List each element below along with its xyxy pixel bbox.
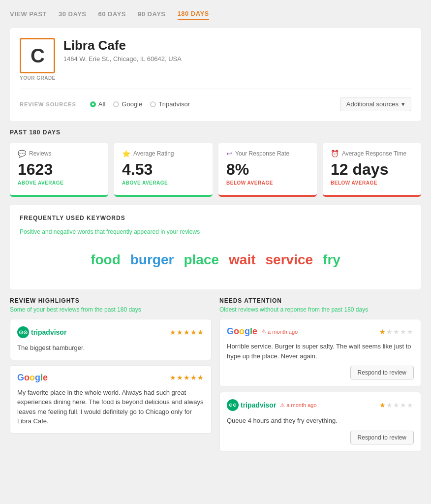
source-all-label: All — [98, 100, 105, 108]
tripadvisor-owl-icon: ⊙⊙ — [17, 326, 29, 338]
additional-sources-button[interactable]: Additional sources ▾ — [340, 97, 411, 111]
google-logo-1: Google — [17, 373, 48, 383]
grade-letter: C — [20, 38, 55, 73]
grade-box: C YOUR GRADE — [20, 38, 56, 81]
keyword-fry: fry — [323, 252, 340, 268]
review-sources-label: REVIEW SOURCES — [20, 101, 76, 107]
star-icon: ⭐ — [122, 150, 130, 158]
keywords-title: FREQUENTLY USED KEYWORDS — [20, 215, 411, 221]
radio-all-dot — [90, 101, 96, 107]
reviews-icon: 💬 — [18, 150, 26, 158]
tripadvisor-brand-2: tripadvisor — [241, 401, 276, 409]
attention-review-text-2: Queue 4 hours and they fry everything. — [227, 416, 414, 426]
source-google[interactable]: Google — [113, 100, 142, 108]
attention-stars-2: ★★★★★ — [379, 401, 414, 409]
two-col-section: REVIEW HIGHLIGHTS Some of your best revi… — [10, 297, 421, 457]
response-rate-value: 8% — [226, 161, 309, 177]
grade-label: YOUR GRADE — [20, 75, 56, 81]
business-info: Libra Cafe 1464 W. Erie St., Chicago, IL… — [63, 38, 411, 63]
additional-sources-label: Additional sources — [346, 100, 399, 108]
highlight-review-text-1: The biggest hamburger. — [17, 343, 204, 353]
avg-rating-value: 4.53 — [122, 161, 205, 177]
highlights-title: REVIEW HIGHLIGHTS — [10, 297, 212, 304]
source-all[interactable]: All — [90, 100, 105, 108]
respond-button-2[interactable]: Respond to review — [350, 431, 414, 444]
highlights-subtitle: Some of your best reviews from the past … — [10, 306, 212, 313]
reviews-comparison: ABOVE AVERAGE — [18, 180, 100, 190]
warning-icon-1: ⚠ — [261, 328, 266, 335]
attention-age-badge-2: ⚠ a month ago — [280, 402, 316, 409]
attention-age-badge-1: ⚠ a month ago — [261, 328, 298, 335]
warning-icon-2: ⚠ — [280, 402, 285, 409]
avg-rating-comparison: ABOVE AVERAGE — [122, 180, 205, 190]
attention-subtitle: Oldest reviews without a reponse from th… — [219, 306, 421, 313]
attention-review-1: Google ⚠ a month ago ★★★★★ Horrible serv… — [219, 319, 421, 387]
stat-response-rate: ↩ Your Response Rate 8% BELOW AVERAGE — [218, 143, 317, 197]
nav-60-days[interactable]: 60 DAYS — [98, 10, 126, 20]
keyword-service: service — [266, 252, 313, 268]
tripadvisor-owl-icon-2: ⊙⊙ — [227, 399, 239, 411]
attention-title: NEEDS ATTENTION — [219, 297, 421, 304]
source-tripadvisor-label: Tripadvisor — [158, 100, 190, 108]
keyword-place: place — [184, 252, 219, 268]
review-sources-row: REVIEW SOURCES All Google Tripadvisor Ad… — [20, 89, 411, 111]
tripadvisor-brand: tripadvisor — [31, 328, 66, 336]
source-google-label: Google — [122, 100, 142, 108]
business-header-card: C YOUR GRADE Libra Cafe 1464 W. Erie St.… — [10, 28, 421, 121]
stars-5-2: ★★★★★ — [170, 374, 204, 381]
source-tripadvisor[interactable]: Tripadvisor — [150, 100, 190, 108]
stat-avg-rating: ⭐ Average Rating 4.53 ABOVE AVERAGE — [114, 143, 213, 197]
clock-icon: ⏰ — [331, 150, 339, 158]
avg-rating-label: Average Rating — [133, 150, 174, 157]
radio-google-dot — [113, 101, 119, 107]
keywords-section: FREQUENTLY USED KEYWORDS Positive and ne… — [10, 205, 421, 289]
respond-button-1[interactable]: Respond to review — [350, 366, 414, 379]
highlight-review-1: ⊙⊙ tripadvisor ★★★★★ The biggest hamburg… — [10, 319, 212, 360]
needs-attention-section: NEEDS ATTENTION Oldest reviews without a… — [219, 297, 421, 457]
reviews-value: 1623 — [18, 161, 100, 177]
keywords-subtitle: Positive and negative words that frequen… — [20, 228, 411, 235]
highlight-review-text-2: My favorite place in the whole world. Al… — [17, 388, 204, 426]
chevron-down-icon: ▾ — [401, 100, 405, 108]
attention-review-text-1: Horrible service. Burger is super salty.… — [227, 342, 414, 361]
reviews-label: Reviews — [29, 150, 51, 157]
nav-180-days[interactable]: 180 DAYS — [178, 10, 209, 20]
tripadvisor-logo-1: ⊙⊙ tripadvisor — [17, 326, 66, 338]
nav-30-days[interactable]: 30 DAYS — [59, 10, 87, 20]
google-logo-attention-1: Google — [227, 326, 257, 337]
keyword-wait: wait — [229, 252, 255, 268]
stat-reviews: 💬 Reviews 1623 ABOVE AVERAGE — [10, 143, 108, 197]
response-rate-icon: ↩ — [226, 150, 232, 158]
response-rate-label: Your Response Rate — [235, 150, 289, 157]
view-past-label: VIEW PAST — [10, 10, 47, 20]
keyword-burger: burger — [130, 252, 174, 268]
time-nav: VIEW PAST 30 DAYS 60 DAYS 90 DAYS 180 DA… — [10, 10, 421, 20]
keyword-food: food — [91, 252, 121, 268]
attention-stars-1: ★★★★★ — [379, 328, 414, 336]
business-name: Libra Cafe — [63, 38, 411, 53]
radio-tripadvisor-dot — [150, 101, 156, 107]
response-time-value: 12 days — [331, 161, 413, 177]
stars-5-1: ★★★★★ — [170, 328, 204, 336]
response-time-label: Average Response Time — [342, 150, 406, 157]
highlight-review-2: Google ★★★★★ My favorite place in the wh… — [10, 365, 212, 434]
response-time-comparison: BELOW AVERAGE — [331, 180, 413, 190]
stats-row: 💬 Reviews 1623 ABOVE AVERAGE ⭐ Average R… — [10, 143, 421, 197]
stat-response-time: ⏰ Average Response Time 12 days BELOW AV… — [323, 143, 421, 197]
business-address: 1464 W. Erie St., Chicago, IL 60642, USA — [63, 55, 411, 63]
past-label: PAST 180 DAYS — [10, 129, 421, 136]
tripadvisor-logo-attention-2: ⊙⊙ tripadvisor — [227, 399, 276, 411]
attention-review-2: ⊙⊙ tripadvisor ⚠ a month ago ★★★★★ Queue… — [219, 392, 421, 452]
source-options: All Google Tripadvisor — [90, 100, 330, 108]
keywords-box: food burger place wait service fry — [20, 240, 411, 280]
review-highlights-section: REVIEW HIGHLIGHTS Some of your best revi… — [10, 297, 212, 457]
nav-90-days[interactable]: 90 DAYS — [138, 10, 166, 20]
response-rate-comparison: BELOW AVERAGE — [226, 180, 309, 190]
